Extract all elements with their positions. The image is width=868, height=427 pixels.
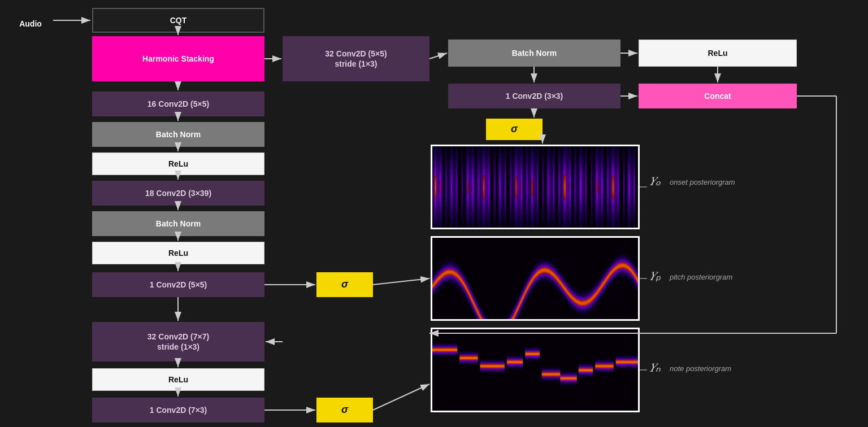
note-posteriorgram-image — [431, 328, 640, 412]
sigma-mid-block: σ — [316, 272, 373, 297]
cqt-block: CQT — [92, 8, 264, 33]
onset-label: onset posteriorgram — [670, 178, 735, 186]
sigma-bot-block: σ — [316, 398, 373, 422]
batch-norm-top-block: Batch Norm — [448, 40, 620, 67]
batch-norm-2-block: Batch Norm — [92, 211, 264, 236]
conv1-5x5-block: 1 Conv2D (5×5) — [92, 272, 264, 297]
svg-line-22 — [373, 278, 429, 285]
concat-block: Concat — [639, 84, 797, 108]
yp-symbol: 𝑌ₚ — [649, 269, 661, 284]
conv1-7x3-block: 1 Conv2D (7×3) — [92, 398, 264, 422]
sigma-top-block: σ — [486, 119, 542, 140]
harmonic-stacking-block: Harmonic Stacking — [92, 36, 264, 81]
audio-label: Audio — [8, 16, 53, 32]
pitch-posteriorgram-image — [431, 236, 640, 321]
relu-2-block: ReLu — [92, 242, 264, 264]
pitch-label: pitch posteriorgram — [670, 273, 732, 281]
yn-symbol: 𝑌ₙ — [649, 360, 661, 375]
relu-1-block: ReLu — [92, 152, 264, 175]
note-label: note posteriorgram — [670, 364, 731, 373]
relu-top-block: ReLu — [639, 40, 797, 67]
svg-line-29 — [373, 384, 429, 410]
conv32-5x5-block: 32 Conv2D (5×5) stride (1×3) — [283, 36, 429, 81]
conv16-block: 16 Conv2D (5×5) — [92, 91, 264, 116]
conv1-3x3-block: 1 Conv2D (3×3) — [448, 84, 620, 108]
neural-network-diagram: Audio CQT Harmonic Stacking 32 Conv2D (5… — [0, 0, 868, 427]
relu-3-block: ReLu — [92, 368, 264, 391]
conv18-block: 18 Conv2D (3×39) — [92, 181, 264, 206]
batch-norm-1-block: Batch Norm — [92, 122, 264, 147]
conv32-7x7-block: 32 Conv2D (7×7) stride (1×3) — [92, 322, 264, 361]
svg-line-5 — [429, 53, 447, 59]
onset-posteriorgram-image — [431, 145, 640, 229]
yo-symbol: 𝑌ₒ — [649, 174, 661, 189]
